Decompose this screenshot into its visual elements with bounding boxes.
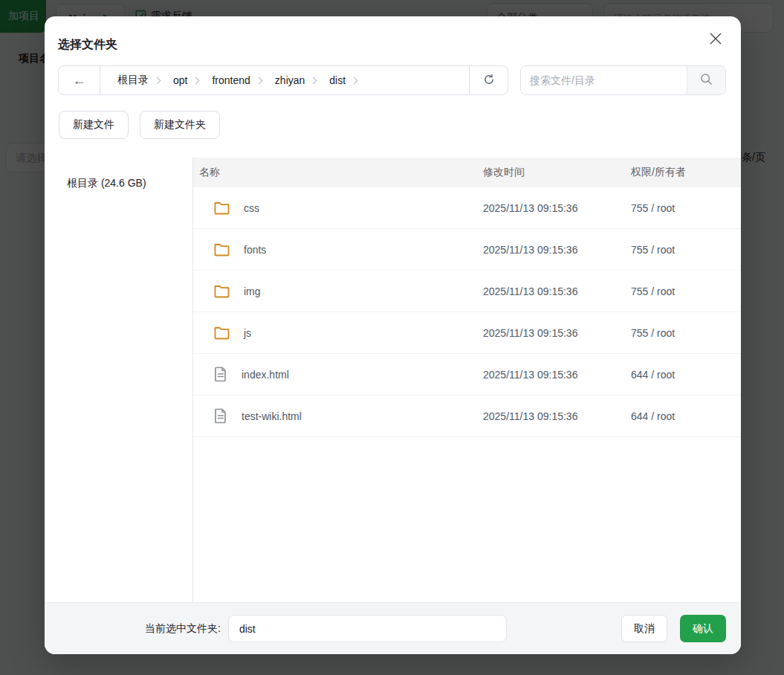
table-row[interactable]: js 2025/11/13 09:15:36 755 / root	[193, 312, 741, 354]
new-folder-button[interactable]: 新建文件夹	[140, 111, 220, 139]
file-name: css	[244, 202, 259, 214]
arrow-left-icon: ←	[73, 73, 86, 88]
chevron-right-icon	[351, 77, 358, 84]
file-name: test-wiki.html	[242, 410, 302, 422]
dialog-toolbar: ← 根目录 opt frontend zhiyan dist	[58, 65, 726, 95]
back-button[interactable]: ←	[59, 66, 100, 94]
selected-folder-label: 当前选中文件夹:	[145, 622, 221, 636]
close-icon	[709, 32, 722, 48]
refresh-button[interactable]	[469, 66, 508, 94]
selected-folder-input[interactable]	[228, 615, 507, 642]
file-name: index.html	[242, 369, 289, 381]
modified-time: 2025/11/13 09:15:36	[483, 285, 631, 297]
folder-icon	[214, 326, 230, 340]
file-icon	[214, 408, 227, 424]
permissions-owner: 755 / root	[631, 202, 741, 214]
file-name: js	[244, 327, 251, 339]
cancel-button[interactable]: 取消	[621, 615, 667, 642]
column-header-modified: 修改时间	[483, 166, 631, 179]
sidebar: 根目录 (24.6 GB)	[45, 158, 193, 602]
modified-time: 2025/11/13 09:15:36	[483, 410, 631, 422]
breadcrumb-item-dist[interactable]: dist	[329, 74, 346, 86]
column-header-name: 名称	[193, 166, 483, 179]
close-button[interactable]	[707, 30, 725, 48]
chevron-right-icon	[255, 77, 262, 84]
new-file-button[interactable]: 新建文件	[59, 111, 129, 139]
permissions-owner: 644 / root	[631, 410, 741, 422]
breadcrumb: ← 根目录 opt frontend zhiyan dist	[58, 65, 508, 95]
table-row[interactable]: test-wiki.html 2025/11/13 09:15:36 644 /…	[193, 395, 741, 437]
breadcrumb-items: 根目录 opt frontend zhiyan dist	[100, 74, 363, 87]
folder-icon	[214, 243, 230, 256]
folder-icon	[214, 285, 230, 298]
refresh-icon	[483, 74, 495, 88]
dialog-content: 根目录 (24.6 GB) 名称 修改时间 权限/所有者 css 2025/11…	[45, 158, 741, 602]
action-buttons: 新建文件 新建文件夹	[59, 111, 220, 139]
column-header-permissions: 权限/所有者	[631, 166, 741, 179]
permissions-owner: 644 / root	[631, 369, 741, 381]
file-search-box	[520, 65, 726, 95]
sidebar-item-root[interactable]: 根目录 (24.6 GB)	[67, 177, 192, 190]
table-header: 名称 修改时间 权限/所有者	[193, 158, 741, 187]
table-row[interactable]: index.html 2025/11/13 09:15:36 644 / roo…	[193, 354, 741, 395]
search-submit-button[interactable]	[687, 66, 725, 94]
confirm-button[interactable]: 确认	[680, 615, 726, 642]
file-name: fonts	[244, 244, 266, 256]
table-row[interactable]: fonts 2025/11/13 09:15:36 755 / root	[193, 229, 741, 271]
search-icon	[700, 73, 713, 88]
chevron-right-icon	[192, 77, 200, 84]
permissions-owner: 755 / root	[631, 327, 741, 339]
select-folder-dialog: 选择文件夹 ← 根目录 opt frontend zhiyan dist	[45, 16, 741, 654]
modified-time: 2025/11/13 09:15:36	[483, 327, 631, 339]
breadcrumb-item-zhiyan[interactable]: zhiyan	[275, 74, 305, 86]
breadcrumb-item-opt[interactable]: opt	[173, 74, 187, 86]
table-row[interactable]: img 2025/11/13 09:15:36 755 / root	[193, 271, 741, 312]
breadcrumb-item-root[interactable]: 根目录	[117, 74, 149, 87]
dialog-title: 选择文件夹	[58, 37, 117, 53]
file-icon	[214, 366, 227, 382]
modified-time: 2025/11/13 09:15:36	[483, 244, 631, 256]
breadcrumb-item-frontend[interactable]: frontend	[212, 74, 250, 86]
chevron-right-icon	[154, 77, 161, 84]
modified-time: 2025/11/13 09:15:36	[483, 369, 631, 381]
file-name: img	[244, 285, 261, 297]
table-row[interactable]: css 2025/11/13 09:15:36 755 / root	[193, 187, 741, 229]
file-search-input[interactable]	[521, 66, 687, 94]
chevron-right-icon	[310, 77, 317, 84]
dialog-footer: 当前选中文件夹: 取消 确认	[45, 602, 741, 654]
folder-icon	[214, 201, 230, 215]
file-table: 名称 修改时间 权限/所有者 css 2025/11/13 09:15:36 7…	[193, 158, 741, 602]
modified-time: 2025/11/13 09:15:36	[483, 202, 631, 214]
permissions-owner: 755 / root	[631, 244, 741, 256]
permissions-owner: 755 / root	[631, 285, 741, 297]
